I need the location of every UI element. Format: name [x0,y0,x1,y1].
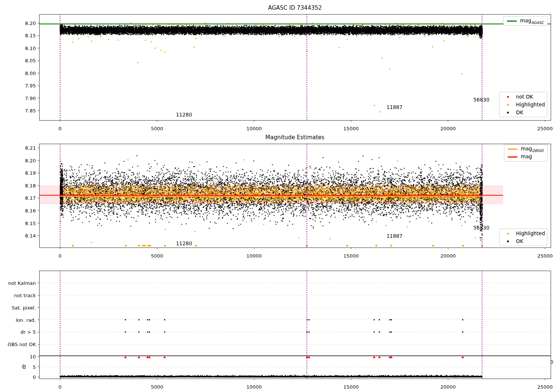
y-tick-label: 8.05 [25,58,36,63]
y-tick-label: 8.15 [25,220,36,226]
dr-axis-label: dr [21,364,27,369]
legend-entry-mag: mag [508,154,544,160]
obsid-annotation: 11887 [386,233,402,239]
legend-entry-ok: OK [503,109,544,115]
legend-entry-highlighted: Highlighted [503,230,544,236]
dr-tick-label: 5 [33,364,36,370]
y-tick-label: 8.14 [25,233,36,239]
highlighted-marker-icon [507,104,509,106]
ok-marker-icon [507,112,509,113]
legend-label-highlighted: Highlighted [516,102,545,108]
flag-row-label: Sat. pixel. [12,305,36,310]
x-tick-label: 0 [59,253,62,259]
legend-label-base: mag [520,18,531,24]
y-tick-label: 8.20 [25,158,36,163]
x-tick-label: 25000 [537,253,553,259]
y-tick-label: 8.19 [25,170,36,176]
y-tick-label: 8.20 [25,21,36,26]
x-tick-label: 25000 [537,384,553,390]
flag-row-label: not Kalman [8,280,36,286]
legend-top-markers: not OK Highlighted OK [499,92,547,117]
x-tick-label: 10000 [246,253,262,259]
legend-label-mag-obsid: magOBSID [521,146,544,153]
legend-label-base: mag [521,153,532,159]
legend-label-not-ok: not OK [516,94,533,100]
top-chart-title: AGASC ID 7344352 [268,4,322,11]
legend-mag-agasc: magAGASC [503,16,548,26]
x-tick-label: 20000 [440,253,455,259]
y-tick-label: 8.17 [25,195,36,201]
legend-label-sub: AGASC [531,20,544,24]
highlighted-marker-icon [507,233,509,234]
legend-label-base: mag [521,146,532,152]
x-tick-label: 5000 [151,253,163,259]
marker-wrap [503,112,513,113]
legend-entry-ok: OK [503,238,544,244]
x-tick-label: 5000 [151,126,163,131]
y-tick-label: 7.85 [25,108,36,113]
legend-middle-markers: Highlighted OK [499,228,547,246]
x-tick-label: 15000 [343,384,359,390]
x-tick-label: 20000 [440,384,455,390]
legend-label-ok: OK [516,109,523,115]
legend-mag-lines: magOBSID mag [504,144,548,162]
obsid-annotation: 56830 [473,97,489,103]
mag-line-swatch [508,156,517,158]
obsid-annotation: 56830 [473,225,489,231]
legend-label-sub: OBSID [532,148,544,152]
obsid-line-swatch [508,149,517,150]
agasc-line-swatch [507,21,517,22]
y-tick-label: 7.95 [25,83,36,88]
y-tick-label: 7.90 [25,95,36,101]
obsid-annotation: 11887 [386,104,402,110]
flag-row-label: OBS not OK [8,342,36,347]
y-tick-label: 8.21 [25,145,36,151]
marker-wrap [503,233,513,234]
x-tick-label: 10000 [246,126,262,131]
legend-label-mag: mag [521,153,532,161]
marker-wrap [503,240,513,242]
legend-entry-mag-agasc: magAGASC [507,18,544,24]
figure: AGASC ID 7344352 Magnitude Estimates 050… [0,0,560,392]
marker-wrap [503,104,513,106]
legend-label-highlighted: Highlighted [516,230,545,236]
marker-wrap [503,96,513,98]
x-tick-label: 0 [59,126,62,131]
not-ok-marker-icon [507,96,509,98]
legend-entry-not-ok: not OK [503,94,544,100]
flag-row-label: not track [14,292,36,298]
x-tick-label: 15000 [343,253,359,259]
legend-entry-highlighted: Highlighted [503,102,544,108]
legend-entry-mag-obsid: magOBSID [508,146,544,152]
legend-label-mag-agasc: magAGASC [520,18,544,25]
legend-label-ok: OK [516,238,523,244]
x-tick-label: 20000 [440,126,455,131]
middle-chart-title: Magnitude Estimates [265,134,324,141]
flag-row-label: dr > 5 [21,329,36,335]
x-tick-label: 15000 [343,126,359,131]
ok-marker-icon [507,240,509,242]
right-edge-label: 0 [550,359,553,365]
x-tick-label: 0 [59,384,62,390]
x-tick-label: 25000 [537,126,553,131]
y-tick-label: 8.18 [25,183,36,188]
y-tick-label: 8.16 [25,208,36,213]
obsid-annotation: 11280 [176,112,192,118]
chart-canvas [0,0,560,392]
flag-row-label: Ion. rad. [16,317,36,323]
obsid-annotation: 11280 [176,240,192,246]
dr-tick-label: 0 [33,374,36,380]
x-tick-label: 5000 [151,384,163,390]
y-tick-label: 8.10 [25,45,36,51]
y-tick-label: 8.15 [25,33,36,38]
y-tick-label: 8.00 [25,70,36,76]
dr-tick-label: 10 [29,354,36,360]
x-tick-label: 10000 [246,384,262,390]
